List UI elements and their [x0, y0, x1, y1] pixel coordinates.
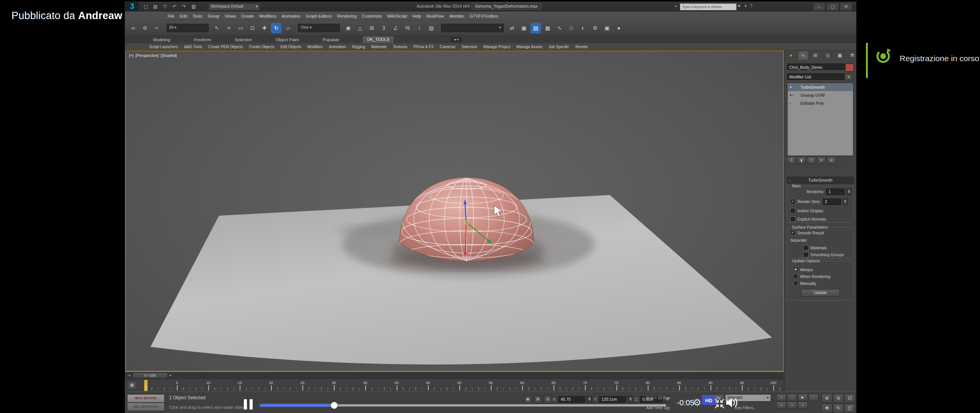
y-coordinate-field[interactable]: 120.1cm	[599, 396, 626, 403]
viewport-menu-plus[interactable]: [+]	[129, 53, 134, 58]
track-bar[interactable]: ▦ 51015202530354045505560657075808590951…	[125, 379, 783, 392]
render-iters-checkbox[interactable]: ✓	[790, 199, 795, 204]
open-mini-curve-editor-icon[interactable]: ▦	[127, 380, 137, 390]
search-chevron-icon[interactable]: ▸	[675, 4, 677, 8]
go-to-start-icon[interactable]: «	[776, 394, 786, 401]
graphite-ribbon-toggle-icon[interactable]: ▦	[542, 23, 553, 33]
schematic-view-icon[interactable]: ◇	[566, 23, 577, 33]
volume-icon[interactable]	[725, 397, 738, 408]
previous-key-icon[interactable]: «	[776, 402, 786, 409]
ribbon-options-icon[interactable]: ● ▾	[450, 37, 462, 42]
named-selection-sets-dropdown[interactable]: ▾	[441, 24, 504, 32]
video-progress-bar[interactable]	[260, 403, 666, 407]
curve-editor-icon[interactable]: ∿	[554, 23, 565, 33]
ribbon-tab[interactable]: Populate	[322, 37, 339, 42]
utilities-tab-icon[interactable]: ⚒	[848, 51, 857, 60]
pan-icon[interactable]: ✚	[822, 404, 832, 413]
material-editor-icon[interactable]: ◐	[578, 23, 588, 33]
reference-coordinate-dropdown[interactable]: View ▾	[298, 24, 340, 32]
next-frame-icon[interactable]: ›	[808, 394, 818, 401]
edit-named-selection-sets-icon[interactable]: ▤	[426, 23, 436, 33]
x-spinner[interactable]	[587, 396, 592, 403]
app-logo-icon[interactable]: Ӡ	[126, 2, 139, 11]
menu-item[interactable]: Customize	[362, 14, 382, 18]
align-icon[interactable]: ▣	[519, 23, 529, 33]
ribbon-subtab[interactable]: Manage Project	[483, 45, 510, 49]
percent-snap-icon[interactable]: %	[402, 23, 413, 33]
select-object-icon[interactable]: ↖	[212, 23, 222, 33]
modifier-stack-item[interactable]: ● ▪ Unwrap UVW	[787, 91, 853, 99]
ribbon-subtab[interactable]: Selection	[462, 45, 477, 49]
menu-item[interactable]: Modifiers	[259, 14, 276, 18]
viewport-menu-view[interactable]: [Perspective]	[136, 53, 159, 58]
isoline-checkbox[interactable]	[790, 208, 795, 213]
ribbon-subtab[interactable]: Modifiers	[307, 45, 323, 49]
bind-to-space-warp-icon[interactable]: ≈	[152, 23, 162, 33]
time-slider-right-icon[interactable]: ▸	[168, 373, 173, 378]
menu-item[interactable]: Alembic	[449, 14, 464, 18]
maximize-icon[interactable]: ▢	[826, 3, 839, 11]
keyboard-shortcut-override-icon[interactable]: ⊞	[367, 23, 377, 33]
ribbon-subtab[interactable]: Script Launchers	[149, 45, 178, 49]
viewport-menu-shading[interactable]: [Shaded]	[161, 53, 177, 58]
select-and-scale-icon[interactable]: ▱	[283, 23, 293, 33]
update-button[interactable]: Update	[801, 289, 840, 297]
modifier-stack-item[interactable]: ▪ Editable Poly	[787, 99, 853, 107]
new-scene-icon[interactable]: ▢	[142, 3, 150, 10]
ribbon-subtab[interactable]: Rigging	[352, 45, 365, 49]
window-crossing-icon[interactable]: ⊡	[247, 23, 258, 33]
select-by-name-icon[interactable]: ≡	[224, 23, 234, 33]
key-mode-toggle-icon[interactable]: ▪	[787, 402, 797, 409]
close-icon[interactable]: ✕	[840, 3, 852, 11]
menu-item[interactable]: Rendering	[337, 14, 357, 18]
show-end-result-icon[interactable]: ▮	[797, 157, 806, 164]
time-slider-left-icon[interactable]: ◂	[127, 373, 132, 378]
favorites-star-icon[interactable]: ★	[737, 3, 741, 8]
configure-modifier-sets-icon[interactable]: ⊞	[827, 157, 836, 164]
render-setup-icon[interactable]: ⚙	[590, 23, 600, 33]
unlink-selection-icon[interactable]: ⊘	[140, 23, 150, 33]
render-iters-field[interactable]: 2	[823, 198, 841, 205]
menu-item[interactable]: Animation	[282, 14, 301, 18]
object-name-field[interactable]: Chrs_Body_Demo	[787, 63, 848, 70]
use-pivot-center-icon[interactable]: ◉	[343, 23, 353, 33]
ribbon-subtab[interactable]: Create PEN Objects	[208, 45, 243, 49]
modifier-stack-item[interactable]: ● TurboSmooth	[787, 83, 853, 91]
spinner-snap-icon[interactable]: ↕	[414, 23, 425, 33]
explicit-normals-checkbox[interactable]	[790, 216, 795, 222]
undo-icon[interactable]: ↶	[170, 3, 179, 10]
go-to-end-icon[interactable]: »	[798, 402, 808, 409]
ribbon-subtab[interactable]: Create Objects	[249, 45, 274, 49]
layer-manager-icon[interactable]: ▤	[531, 23, 541, 33]
modifier-visibility-icon[interactable]: ●	[790, 85, 798, 89]
modifier-list-dropdown[interactable]: Modifier List	[787, 73, 848, 80]
menu-item[interactable]: Graph Editors	[306, 14, 332, 18]
iterations-field[interactable]: 1	[826, 189, 844, 195]
ribbon-subtab[interactable]: Cameras	[440, 45, 456, 49]
select-and-rotate-icon[interactable]: ↻	[271, 23, 281, 33]
iterations-spinner[interactable]	[846, 188, 851, 195]
modify-tab-icon[interactable]: ∿	[799, 51, 808, 60]
ribbon-subtab[interactable]: A&G Tools	[184, 45, 202, 49]
y-spinner[interactable]	[628, 396, 633, 403]
rectangular-selection-region-icon[interactable]: ▭	[235, 23, 246, 33]
perspective-viewport[interactable]: [+] [Perspective] [Shaded]	[125, 50, 784, 372]
open-file-icon[interactable]: ▤	[151, 3, 160, 10]
menu-item[interactable]: Create	[241, 14, 254, 18]
smooth-result-checkbox[interactable]: ✓	[790, 230, 795, 236]
ribbon-tab[interactable]: DK_TOOLS	[363, 36, 394, 43]
absolute-offset-mode-icon[interactable]: ⊞	[544, 395, 552, 403]
ribbon-subtab[interactable]: Render	[575, 45, 588, 49]
redo-icon[interactable]: ↷	[180, 3, 188, 10]
pause-button[interactable]	[244, 399, 253, 410]
menu-item[interactable]: RealFlow	[426, 14, 444, 18]
zoom-all-icon[interactable]: ⊚	[833, 394, 844, 403]
sign-in-dropdown-icon[interactable]: ▾	[745, 3, 747, 8]
select-and-move-icon[interactable]: ✚	[259, 23, 270, 33]
infocenter-search-input[interactable]: Type a keyword or phrase	[680, 3, 737, 10]
ribbon-subtab[interactable]: Edit Objects	[281, 45, 301, 49]
max-estate-button[interactable]: MAX ESTATE	[127, 394, 165, 403]
render-iters-spinner[interactable]	[843, 198, 848, 205]
zoom-icon[interactable]: ⊕	[822, 394, 832, 403]
menu-item[interactable]: Help	[412, 14, 421, 18]
